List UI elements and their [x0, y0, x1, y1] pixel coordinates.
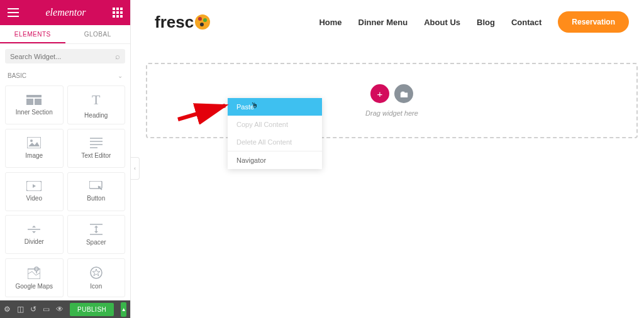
divider-icon	[28, 224, 40, 234]
publish-button[interactable]: PUBLISH	[70, 303, 114, 316]
widget-icon[interactable]: Icon	[67, 258, 126, 297]
logo-pizza-icon	[195, 14, 210, 30]
widget-label: Image	[25, 152, 43, 159]
panel-footer: ⚙ ◫ ↺ ▭ 👁 PUBLISH ▲	[0, 300, 130, 318]
drop-hint: Drag widget here	[365, 109, 418, 117]
widget-label: Google Maps	[16, 283, 53, 290]
nav-dinner-menu[interactable]: Dinner Menu	[358, 18, 408, 27]
collapse-panel[interactable]: ‹	[131, 157, 140, 180]
text-editor-icon	[90, 137, 103, 148]
spacer-icon	[90, 224, 103, 235]
widget-label: Heading	[84, 112, 108, 119]
widget-button[interactable]: Button	[67, 172, 126, 211]
button-icon	[89, 181, 103, 191]
reservation-button[interactable]: Reservation	[558, 11, 629, 33]
drop-buttons: + 🖿	[370, 84, 413, 103]
video-icon	[26, 181, 42, 191]
preview-icon[interactable]: 👁	[56, 305, 64, 314]
settings-icon[interactable]: ⚙	[4, 305, 11, 314]
widget-spacer[interactable]: Spacer	[67, 215, 126, 254]
site-logo[interactable]: fresc	[155, 13, 210, 32]
context-menu: Paste Copy All Content Delete All Conten…	[228, 98, 322, 169]
widget-label: Text Editor	[81, 152, 111, 159]
panel-tabs: ELEMENTS GLOBAL	[0, 25, 130, 44]
ctx-paste[interactable]: Paste	[228, 98, 322, 116]
widget-google-maps[interactable]: Google Maps	[5, 258, 64, 297]
image-icon	[27, 137, 41, 148]
search-input[interactable]	[10, 53, 115, 60]
nav-contact[interactable]: Contact	[511, 18, 541, 27]
search-row: ⌕	[0, 44, 130, 69]
widget-text-editor[interactable]: Text Editor	[67, 129, 126, 168]
widget-grid: Inner Section THeading Image Text Editor…	[0, 83, 130, 300]
add-template-button[interactable]: 🖿	[394, 84, 413, 103]
inner-section-icon	[26, 95, 42, 105]
search-icon: ⌕	[115, 52, 120, 61]
category-label: BASIC	[8, 72, 26, 79]
svg-point-4	[30, 140, 33, 142]
drop-section[interactable]: + 🖿 Drag widget here	[146, 63, 638, 138]
history-icon[interactable]: ↺	[30, 305, 36, 314]
widget-label: Button	[87, 195, 105, 202]
svg-rect-2	[35, 99, 42, 105]
widget-label: Icon	[90, 283, 102, 290]
main-nav: Home Dinner Menu About Us Blog Contact R…	[319, 11, 629, 33]
tab-elements[interactable]: ELEMENTS	[0, 25, 65, 43]
nav-about-us[interactable]: About Us	[424, 18, 460, 27]
dots-grid-icon[interactable]	[113, 8, 123, 18]
category-basic[interactable]: BASIC ⌄	[0, 69, 130, 83]
widget-inner-section[interactable]: Inner Section	[5, 85, 64, 124]
widget-heading[interactable]: THeading	[67, 85, 126, 124]
publish-options[interactable]: ▲	[121, 302, 126, 317]
svg-rect-1	[26, 99, 33, 105]
widget-label: Inner Section	[16, 109, 53, 116]
panel-header: elementor	[0, 0, 130, 25]
logo-text: fresc	[155, 13, 194, 32]
widget-label: Spacer	[86, 239, 106, 246]
responsive-icon[interactable]: ▭	[43, 305, 50, 314]
chevron-down-icon: ⌄	[118, 72, 123, 79]
site-header: fresc Home Dinner Menu About Us Blog Con…	[140, 0, 644, 44]
widget-label: Video	[26, 195, 42, 202]
folder-icon: 🖿	[399, 89, 409, 99]
ctx-copy-all: Copy All Content	[228, 116, 322, 133]
widget-divider[interactable]: Divider	[5, 215, 64, 254]
nav-blog[interactable]: Blog	[477, 18, 495, 27]
elementor-panel: elementor ELEMENTS GLOBAL ⌕ BASIC ⌄ Inne…	[0, 0, 131, 318]
google-maps-icon	[28, 266, 40, 279]
heading-icon: T	[92, 92, 100, 108]
ctx-navigator[interactable]: Navigator	[228, 151, 322, 169]
navigator-icon[interactable]: ◫	[17, 305, 24, 314]
tab-global[interactable]: GLOBAL	[65, 25, 131, 43]
icon-icon	[90, 266, 103, 279]
svg-rect-3	[27, 137, 41, 148]
nav-home[interactable]: Home	[319, 18, 341, 27]
site-preview: fresc Home Dinner Menu About Us Blog Con…	[140, 0, 644, 318]
widget-video[interactable]: Video	[5, 172, 64, 211]
menu-icon[interactable]	[8, 8, 19, 17]
widget-image[interactable]: Image	[5, 129, 64, 168]
add-section-button[interactable]: +	[370, 84, 389, 103]
widget-label: Divider	[25, 238, 44, 245]
svg-rect-0	[26, 95, 42, 97]
ctx-delete-all: Delete All Content	[228, 133, 322, 151]
search-wrap: ⌕	[5, 49, 125, 63]
elementor-brand: elementor	[46, 7, 86, 18]
